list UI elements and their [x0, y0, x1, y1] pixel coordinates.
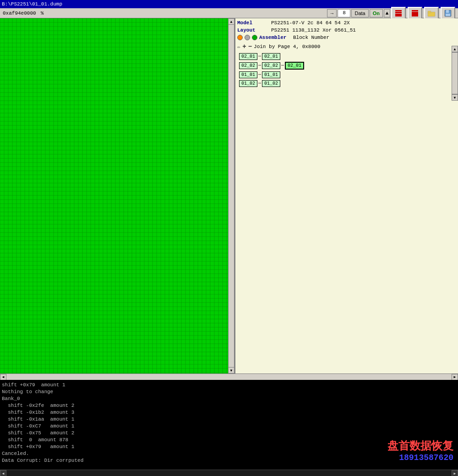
block-row-2: 02_02 ─ 02_02 ─ 02_01 [239, 62, 454, 70]
join-text: Join by Page 4, 0x8000 [254, 44, 320, 49]
svg-rect-4 [412, 12, 418, 16]
svg-rect-6 [428, 11, 431, 13]
block-left-2[interactable]: 02_02 [239, 62, 257, 69]
svg-rect-1 [395, 12, 402, 13]
main-container: 0xaf94e0000 % → 8 Data On ▲ [0, 8, 458, 476]
circle-gray-icon [245, 35, 250, 40]
block-diagram: 02_01 ─ 02_01 02_02 ─ 02_02 ─ 02_01 01_0… [235, 51, 458, 106]
vscroll-top-btn[interactable]: ▲ [384, 9, 390, 17]
hscroll-left-btn[interactable]: ◀ [0, 374, 6, 380]
model-label: Model [237, 20, 269, 26]
model-row: Model PS2251-07-V 2c 84 64 54 2X [237, 19, 456, 27]
block-selected[interactable]: 02_01 [285, 62, 304, 70]
block-row-4: 01_02 ─ 01_02 [239, 80, 454, 87]
icon-double-down[interactable] [391, 7, 406, 20]
console-line: Bank_0 [2, 395, 456, 402]
number-display: 8 [338, 9, 350, 17]
console-line: shift +0x79 amount 1 [2, 382, 456, 389]
console-hscroll-track [6, 470, 452, 476]
model-value: PS2251-07-V 2c 84 64 54 2X [271, 20, 350, 26]
address-display: 0xaf94e0000 [1, 11, 38, 16]
console-line: shift -0x1aa amount 1 [2, 416, 456, 423]
assembler-row: Assembler Block Number [237, 34, 456, 41]
info-panel: Model PS2251-07-V 2c 84 64 54 2X Layout … [235, 18, 458, 42]
left-vscroll: ▲ ▼ [228, 18, 234, 373]
hscroll-track [6, 374, 452, 380]
edit-icons: ✏ + − [237, 43, 252, 50]
title-bar: B:\PS2251\01_01.dump [0, 0, 458, 8]
block-left-1[interactable]: 02_01 [239, 53, 257, 60]
content-area: ▲ ▼ Model PS2251-07-V 2c 84 64 54 2X Lay… [0, 18, 458, 373]
block-right-4[interactable]: 01_02 [262, 80, 280, 87]
assembler-value: Block Number [293, 35, 329, 40]
hscroll: ◀ ▶ [0, 373, 458, 380]
watermark: 盘首数据恢复 18913587620 [387, 438, 453, 462]
console-line: shift -0x2fe amount 2 [2, 402, 456, 409]
right-panel: Model PS2251-07-V 2c 84 64 54 2X Layout … [235, 18, 458, 373]
layout-label: Layout [237, 27, 269, 33]
circle-orange-icon [237, 35, 243, 40]
watermark-main: 盘首数据恢复 [387, 438, 453, 453]
console-line: Nothing to change [2, 389, 456, 395]
svg-rect-0 [395, 10, 402, 11]
console-line: shift -0xC7 amount 1 [2, 423, 456, 430]
arrow-3: ─ [258, 72, 261, 77]
arrow-2: ─ [258, 63, 261, 68]
data-button[interactable]: Data [351, 9, 368, 17]
left-panel: ▲ ▼ [0, 18, 234, 373]
circle-green-icon [252, 35, 257, 40]
hscroll-right-btn[interactable]: ▶ [452, 374, 458, 380]
top-right-icons [391, 7, 457, 20]
console-hscroll-left[interactable]: ◀ [0, 470, 6, 476]
diagram-row: ✏ + − Join by Page 4, 0x8000 [235, 42, 458, 51]
svg-rect-8 [446, 10, 449, 13]
arrow-4: ─ [258, 81, 261, 86]
block-right-1[interactable]: 02_01 [262, 53, 280, 60]
on-button[interactable]: On [370, 9, 383, 17]
assembler-label: Assembler [259, 35, 291, 40]
save-icon[interactable] [441, 7, 455, 20]
title-text: B:\PS2251\01_01.dump [2, 1, 62, 7]
grid-container [0, 18, 234, 373]
layout-value: PS2251 1138_1132 Xor 0561_51 [271, 27, 356, 33]
right-vscroll-up[interactable]: ▲ [452, 46, 458, 52]
minus-icon[interactable]: − [248, 43, 252, 50]
arrow-button[interactable]: → [327, 9, 337, 17]
right-vscroll-down[interactable]: ▼ [452, 94, 458, 101]
console-hscroll: ◀ ▶ [0, 470, 458, 476]
icon-single-down[interactable] [408, 7, 422, 20]
right-vscroll: ▲ ▼ [452, 46, 458, 101]
folder-icon[interactable] [424, 7, 439, 20]
block-right-3[interactable]: 01_01 [262, 71, 280, 78]
arrow-2b: ─ [281, 63, 284, 68]
svg-rect-2 [395, 14, 402, 16]
block-left-3[interactable]: 01_01 [239, 71, 257, 78]
layout-row: Layout PS2251 1138_1132 Xor 0561_51 [237, 27, 456, 34]
watermark-phone: 18913587620 [387, 453, 453, 462]
block-row-1: 02_01 ─ 02_01 [239, 53, 454, 60]
vscroll-track [228, 25, 234, 367]
vscroll-down-btn[interactable]: ▼ [228, 367, 234, 373]
grid-svg [0, 18, 228, 373]
console-hscroll-right[interactable]: ▶ [452, 470, 458, 476]
right-vscroll-track [452, 52, 458, 94]
pencil-icon[interactable]: ✏ [237, 43, 240, 50]
svg-rect-9 [446, 14, 450, 16]
plus-icon[interactable]: + [242, 43, 246, 50]
block-right-2[interactable]: 02_02 [262, 62, 280, 69]
svg-rect-10 [0, 18, 228, 373]
svg-rect-3 [412, 10, 418, 11]
bottom-console: shift +0x79 amount 1Nothing to changeBan… [0, 380, 458, 476]
block-row-3: 01_01 ─ 01_01 [239, 71, 454, 78]
arrow-1: ─ [258, 54, 261, 59]
percent-icon: % [39, 11, 46, 16]
vscroll-up-btn[interactable]: ▲ [228, 18, 234, 25]
toolbar: 0xaf94e0000 % → 8 Data On ▲ [0, 8, 458, 18]
block-left-4[interactable]: 01_02 [239, 80, 257, 87]
console-line: shift -0x75 amount 2 [2, 430, 456, 437]
console-line: shift -0x1b2 amount 3 [2, 409, 456, 416]
